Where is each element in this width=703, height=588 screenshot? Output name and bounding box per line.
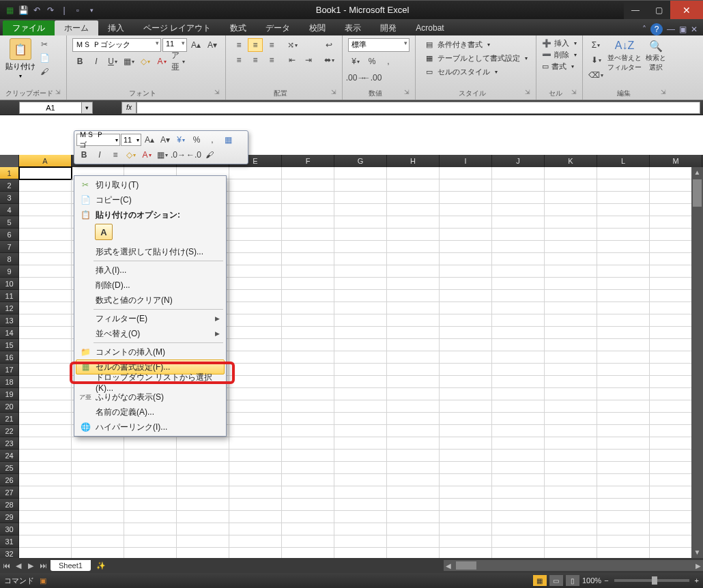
ctx-filter[interactable]: フィルター(E)▶ [76,311,225,326]
cell[interactable] [440,450,492,462]
undo-icon[interactable]: ↶ [31,5,42,16]
cell[interactable] [492,216,545,229]
cell[interactable] [597,204,650,216]
cell[interactable] [177,499,229,511]
cell[interactable] [440,253,492,265]
row-header[interactable]: 10 [0,278,19,290]
cell[interactable] [124,523,177,535]
col-header-G[interactable]: G [334,155,387,167]
cell[interactable] [440,376,492,388]
cell[interactable] [545,364,597,376]
cell[interactable] [72,450,124,462]
cell[interactable] [334,413,387,425]
cell[interactable] [229,167,282,179]
workbook-restore-icon[interactable]: ▣ [679,25,687,34]
cell[interactable] [545,548,597,558]
format-painter-icon[interactable]: 🖌 [38,65,51,78]
fill-icon[interactable]: ⬇ [588,53,603,67]
cell[interactable] [387,167,440,179]
cell[interactable] [597,364,650,376]
cell[interactable] [492,229,545,241]
increase-decimal-icon[interactable]: .00→ [348,71,363,85]
cell[interactable] [282,400,334,413]
font-name-combo[interactable]: ＭＳ Ｐゴシック [72,38,161,52]
cell[interactable] [229,376,282,388]
align-left-icon[interactable]: ≡ [231,53,246,67]
row-header[interactable]: 13 [0,314,19,327]
cell[interactable] [492,204,545,216]
delete-cells-button[interactable]: ➖削除▾ [542,50,577,60]
cell[interactable] [492,351,545,364]
cell[interactable] [19,216,72,229]
cell[interactable] [440,548,492,558]
cell[interactable] [597,278,650,290]
cell[interactable] [334,499,387,511]
cell[interactable] [492,327,545,339]
cell[interactable] [72,548,124,558]
cell[interactable] [282,290,334,302]
row-header[interactable]: 14 [0,327,19,339]
name-box[interactable]: A1 [19,102,82,114]
new-icon[interactable]: ▫ [72,5,83,16]
sort-filter-button[interactable]: A↓Z 並べ替えと フィルター [607,38,642,82]
cell[interactable] [282,499,334,511]
cell[interactable] [492,425,545,437]
cell[interactable] [229,204,282,216]
cell[interactable] [124,535,177,548]
cell[interactable] [492,388,545,400]
tab-insert[interactable]: 挿入 [98,20,134,35]
row-header[interactable]: 16 [0,351,19,364]
cell[interactable] [545,302,597,314]
phonetic-button[interactable]: ア亜 [171,55,186,68]
tab-page-layout[interactable]: ページ レイアウト [134,20,220,35]
cell[interactable] [387,278,440,290]
mini-align-icon[interactable]: ≡ [108,148,123,162]
cell[interactable] [597,511,650,523]
row-header[interactable]: 24 [0,450,19,462]
zoom-level[interactable]: 100% [582,576,601,585]
cell[interactable] [229,351,282,364]
cell[interactable] [492,265,545,278]
cell[interactable] [597,450,650,462]
row-header[interactable]: 30 [0,523,19,535]
align-bottom-icon[interactable]: ≡ [264,38,279,52]
cell[interactable] [597,548,650,558]
cell[interactable] [545,290,597,302]
cell[interactable] [492,523,545,535]
cell[interactable] [19,229,72,241]
cell[interactable] [334,351,387,364]
cell[interactable] [545,437,597,450]
cell[interactable] [229,229,282,241]
row-header[interactable]: 22 [0,425,19,437]
cell[interactable] [282,450,334,462]
cell[interactable] [282,535,334,548]
cell[interactable] [177,462,229,474]
col-header-K[interactable]: K [545,155,597,167]
mini-italic-icon[interactable]: I [92,148,107,162]
cell[interactable] [19,486,72,499]
row-header[interactable]: 7 [0,241,19,253]
cell[interactable] [229,486,282,499]
cell[interactable] [229,474,282,486]
sheet-nav-prev-icon[interactable]: ◀ [12,559,25,572]
cell[interactable] [19,302,72,314]
cell[interactable] [545,400,597,413]
cell[interactable] [334,462,387,474]
font-size-combo[interactable]: 11 [162,38,187,52]
cell[interactable] [545,388,597,400]
sheet-nav-next-icon[interactable]: ▶ [25,559,37,572]
cell[interactable] [387,425,440,437]
cell[interactable] [124,462,177,474]
row-header[interactable]: 32 [0,548,19,558]
cell[interactable] [282,229,334,241]
cell[interactable] [282,548,334,558]
cell[interactable] [440,425,492,437]
cell[interactable] [334,437,387,450]
cell[interactable] [282,462,334,474]
row-header[interactable]: 19 [0,388,19,400]
cell[interactable] [492,462,545,474]
cell[interactable] [229,400,282,413]
cell[interactable] [597,523,650,535]
cell[interactable] [597,179,650,192]
cell[interactable] [545,265,597,278]
